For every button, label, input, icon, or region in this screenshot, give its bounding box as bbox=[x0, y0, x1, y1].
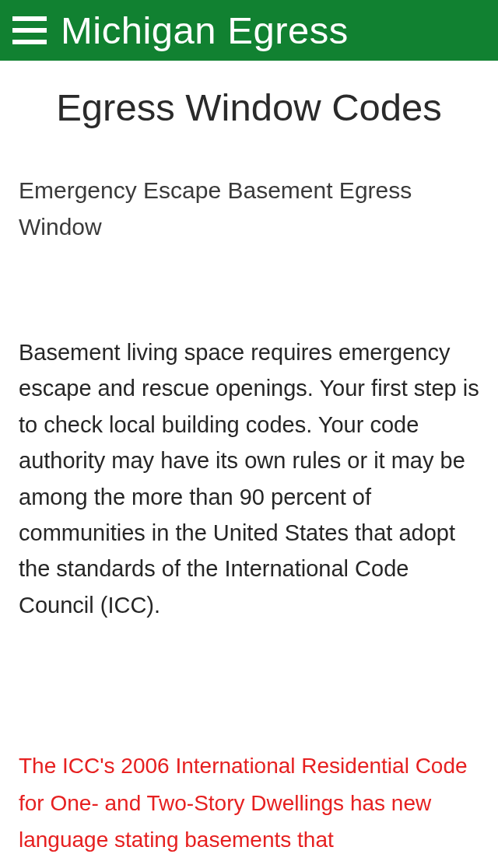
page-title: Egress Window Codes bbox=[19, 86, 479, 129]
highlight-paragraph: The ICC's 2006 International Residential… bbox=[19, 747, 479, 859]
body-paragraph: Basement living space requires emergency… bbox=[19, 334, 479, 623]
article-subtitle: Emergency Escape Basement Egress Window bbox=[19, 173, 479, 245]
main-content: Egress Window Codes Emergency Escape Bas… bbox=[0, 61, 498, 868]
app-header: Michigan Egress bbox=[0, 0, 498, 61]
header-title: Michigan Egress bbox=[61, 9, 349, 52]
hamburger-menu-icon[interactable] bbox=[12, 16, 47, 44]
